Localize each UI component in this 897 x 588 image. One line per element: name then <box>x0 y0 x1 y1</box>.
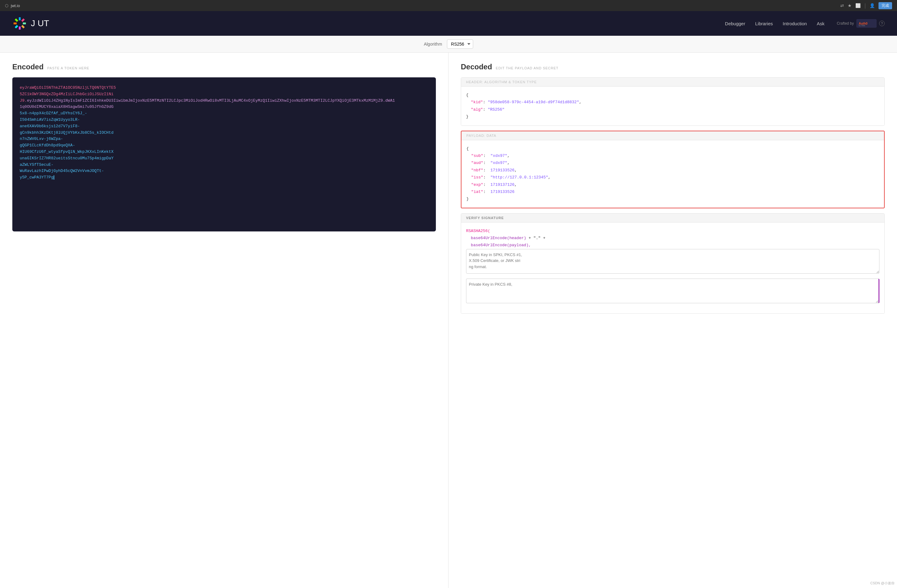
verify-op1: + "." + <box>529 236 546 240</box>
algorithm-select[interactable]: RS256 HS256 HS384 HS512 RS384 RS512 <box>447 40 473 49</box>
watermark: CSDN @小迷你 <box>871 581 894 585</box>
header-label: HEADER: <box>466 80 484 84</box>
verify-label: VERIFY SIGNATURE <box>466 216 504 220</box>
jwt-logo-icon <box>12 16 27 31</box>
encoded-subtitle: PASTE A TOKEN HERE <box>47 66 89 70</box>
browser-actions: ⇄ ★ ⬜ | 👤 完成 <box>840 2 892 9</box>
decoded-panel: Decoded EDIT THE PAYLOAD AND SECRET HEAD… <box>448 53 897 588</box>
nav-ask[interactable]: Ask <box>817 21 825 26</box>
algorithm-label: Algorithm <box>424 41 442 46</box>
bookmark-icon[interactable]: ★ <box>848 3 852 8</box>
translate-icon[interactable]: ⇄ <box>840 3 844 8</box>
verify-body: RSASHA256( base64UrlEncode(header) + "."… <box>461 222 884 314</box>
verify-arg1: base64UrlEncode(header) <box>471 236 526 240</box>
header-section-header: HEADER: ALGORITHM & TOKEN TYPE <box>461 78 884 87</box>
logo: JUT <box>12 16 50 31</box>
browser-tab-icon: ⬡ <box>5 3 8 8</box>
verify-section: VERIFY SIGNATURE RSASHA256( base64UrlEnc… <box>461 213 885 314</box>
logo-text: JUT <box>31 18 50 28</box>
payload-label: PAYLOAD: <box>466 134 487 138</box>
verify-func: RSASHA256( <box>466 229 490 233</box>
encoded-title-text: Encoded <box>12 63 43 71</box>
svg-text:by Okta: by Okta <box>859 24 865 26</box>
payload-type: DATA <box>487 134 496 138</box>
navbar-links: Debugger Libraries Introduction Ask <box>725 21 825 26</box>
decoded-subtitle: EDIT THE PAYLOAD AND SECRET <box>496 66 558 70</box>
payload-section-header: PAYLOAD: DATA <box>461 131 884 140</box>
nav-libraries[interactable]: Libraries <box>755 21 773 26</box>
verify-header: VERIFY SIGNATURE <box>461 214 884 222</box>
svg-rect-0 <box>19 17 21 20</box>
encoded-panel: Encoded PASTE A TOKEN HERE eyJraWQiOiI5N… <box>0 53 448 588</box>
header-section: HEADER: ALGORITHM & TOKEN TYPE { "kid": … <box>461 77 885 126</box>
encoded-title: Encoded PASTE A TOKEN HERE <box>12 63 436 71</box>
complete-button[interactable]: 完成 <box>879 2 892 9</box>
payload-body[interactable]: { "sub": "xdx97", "aud": "xdx97", "nbf":… <box>461 140 884 208</box>
encoded-token-box[interactable]: eyJraWQiOiI5NThkZTA1OC05NzljLTQ0NTQtYTE5… <box>12 77 436 231</box>
profile-icon[interactable]: 👤 <box>869 3 875 8</box>
decoded-title: Decoded EDIT THE PAYLOAD AND SECRET <box>461 63 885 71</box>
payload-section: PAYLOAD: DATA { "sub": "xdx97", "aud": "… <box>461 131 885 208</box>
svg-rect-1 <box>21 18 24 22</box>
header-type: ALGORITHM & TOKEN TYPE <box>484 80 537 84</box>
svg-rect-5 <box>15 25 18 28</box>
help-icon[interactable]: ? <box>879 21 885 26</box>
crafted-text: Crafted by <box>837 21 854 26</box>
auth0-logo: Auth0 by Okta <box>859 20 874 26</box>
algorithm-bar: Algorithm RS256 HS256 HS384 HS512 RS384 … <box>0 36 897 53</box>
nav-introduction[interactable]: Introduction <box>783 21 807 26</box>
nav-debugger[interactable]: Debugger <box>725 21 745 26</box>
browser-tab-title: jwt.io <box>11 3 20 8</box>
cursor <box>54 175 54 180</box>
public-key-textarea[interactable] <box>466 249 879 274</box>
svg-rect-3 <box>21 25 24 28</box>
main-content: Encoded PASTE A TOKEN HERE eyJraWQiOiI5N… <box>0 53 897 588</box>
header-body: { "kid": "958de058-979c-4454-a19d-d9f74d… <box>461 87 884 126</box>
crafted-by: Crafted by Auth0 by Okta ? <box>837 19 885 28</box>
token-part-3: 5x8-n4ppX4cDZfAf_uDYhsCY6J_- I504SmhiAV7… <box>20 111 113 180</box>
verify-arg2: base64UrlEncode(payload), <box>471 243 531 248</box>
svg-rect-2 <box>23 23 26 24</box>
svg-rect-7 <box>15 18 18 22</box>
svg-rect-4 <box>19 26 21 29</box>
extension-icon[interactable]: ⬜ <box>856 3 860 8</box>
browser-bar: ⬡ jwt.io ⇄ ★ ⬜ | 👤 完成 <box>0 0 897 11</box>
navbar: JUT Debugger Libraries Introduction Ask … <box>0 11 897 36</box>
decoded-title-text: Decoded <box>461 63 492 71</box>
private-key-textarea[interactable] <box>466 279 879 303</box>
auth0-badge: Auth0 by Okta <box>856 19 877 28</box>
svg-rect-6 <box>14 23 17 24</box>
token-part-2: eyJzdWIiOiJ4ZHg1NyIsImF1ZCI6InhkeDU3Iiwi… <box>27 98 385 103</box>
